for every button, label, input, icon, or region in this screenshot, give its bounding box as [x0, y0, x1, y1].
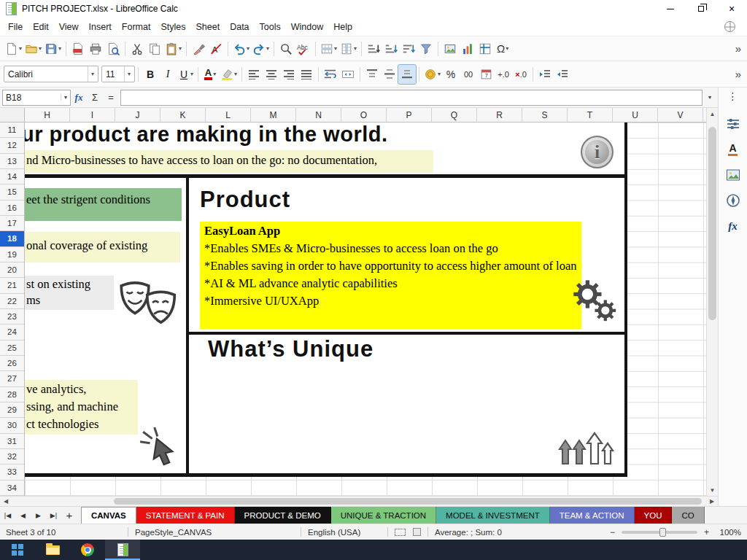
row-header-18[interactable]: 18	[0, 231, 24, 246]
clear-formatting-button[interactable]: A	[207, 39, 225, 58]
dropdown-caret-icon[interactable]: ▾	[179, 46, 182, 52]
horizontal-scrollbar[interactable]: ◀ ▶	[0, 496, 718, 506]
export-pdf-button[interactable]	[69, 39, 87, 58]
row-header-15[interactable]: 15	[0, 184, 24, 200]
scroll-right-button[interactable]: ▶	[706, 498, 718, 505]
font-name-combobox[interactable]: Calibri ▾	[4, 66, 98, 82]
scroll-up-button[interactable]: ▲	[707, 108, 718, 120]
column-header-t[interactable]: T	[568, 108, 613, 122]
menu-styles[interactable]: Styles	[155, 19, 190, 35]
align-left-button[interactable]	[245, 65, 263, 84]
print-button[interactable]	[87, 39, 104, 58]
row-header-31[interactable]: 31	[0, 434, 24, 449]
save-button[interactable]: ▾	[43, 39, 63, 58]
row-header-19[interactable]: 19	[0, 247, 24, 262]
namebox-caret-icon[interactable]: ▾	[61, 94, 67, 101]
align-top-button[interactable]	[363, 65, 381, 84]
add-sheet-button[interactable]: +	[61, 507, 77, 524]
next-sheet-button[interactable]: ▶	[31, 507, 46, 524]
styles-icon[interactable]: A	[723, 140, 743, 159]
language-status[interactable]: English (USA)	[308, 528, 381, 537]
selection-mode-icon[interactable]	[395, 529, 406, 536]
libreoffice-calc-taskbar-button[interactable]	[105, 540, 140, 560]
wrap-text-button[interactable]	[322, 65, 339, 84]
zoom-slider-thumb[interactable]	[659, 528, 666, 537]
bold-button[interactable]: B	[142, 65, 159, 84]
insert-rows-button[interactable]: ▾	[319, 39, 338, 58]
zoom-slider[interactable]	[622, 531, 697, 534]
row-header-20[interactable]: 20	[0, 262, 24, 278]
last-sheet-button[interactable]: ▶|	[46, 507, 61, 524]
copy-button[interactable]	[146, 39, 163, 58]
name-box[interactable]: B18 ▾	[2, 90, 71, 106]
chrome-button[interactable]	[70, 540, 105, 560]
horizontal-scroll-track[interactable]	[12, 497, 706, 506]
row-header-24[interactable]: 24	[0, 324, 24, 340]
row-header-30[interactable]: 30	[0, 418, 24, 433]
sum-average-status[interactable]: Average: ; Sum: 0	[435, 528, 544, 537]
increase-indent-button[interactable]	[536, 65, 554, 84]
column-header-s[interactable]: S	[522, 108, 568, 122]
sheet-tab-canvas[interactable]: CANVAS	[81, 507, 136, 524]
formula-input[interactable]	[120, 90, 703, 106]
menu-sheet[interactable]: Sheet	[190, 19, 225, 35]
dropdown-caret-icon[interactable]: ▾	[234, 71, 237, 77]
column-header-q[interactable]: Q	[432, 108, 477, 122]
minimize-button[interactable]	[655, 0, 686, 18]
add-decimal-button[interactable]: +.0	[495, 65, 512, 84]
sidebar-settings-icon[interactable]: ⋮	[728, 90, 738, 108]
zoom-in-button[interactable]: +	[701, 527, 712, 537]
column-header-k[interactable]: K	[160, 108, 206, 122]
spelling-button[interactable]: Abc	[295, 39, 312, 58]
vertical-scrollbar[interactable]: ▲ ▼	[706, 108, 718, 496]
row-header-21[interactable]: 21	[0, 278, 24, 293]
sheet-tab-unique-traction[interactable]: UNIQUE & TRACTION	[331, 507, 436, 524]
start-button[interactable]	[0, 540, 35, 560]
align-center-button[interactable]	[263, 65, 280, 84]
vertical-scroll-track[interactable]	[707, 120, 718, 484]
menu-window[interactable]: Window	[286, 19, 328, 35]
insert-columns-button[interactable]: ▾	[338, 39, 358, 58]
sheet-tab-co[interactable]: CO	[672, 507, 704, 524]
sheet-tab-you[interactable]: YOU	[635, 507, 673, 524]
dropdown-caret-icon[interactable]: ▾	[124, 66, 131, 82]
row-header-34[interactable]: 34	[0, 481, 24, 496]
vertical-scroll-thumb[interactable]	[708, 127, 716, 320]
row-header-13[interactable]: 13	[0, 154, 24, 169]
column-header-p[interactable]: P	[387, 108, 432, 122]
row-header-29[interactable]: 29	[0, 402, 24, 418]
menu-insert[interactable]: Insert	[84, 19, 117, 35]
menu-data[interactable]: Data	[225, 19, 254, 35]
navigator-icon[interactable]	[723, 191, 743, 210]
properties-icon[interactable]	[723, 114, 743, 133]
row-header-14[interactable]: 14	[0, 169, 24, 184]
menu-file[interactable]: File	[3, 19, 28, 35]
find-replace-button[interactable]	[277, 39, 295, 58]
special-character-button[interactable]: Ω ▾	[494, 39, 511, 58]
dropdown-caret-icon[interactable]: ▾	[213, 71, 216, 77]
column-header-r[interactable]: R	[477, 108, 522, 122]
dropdown-caret-icon[interactable]: ▾	[266, 46, 269, 52]
number-format-button[interactable]: 00	[460, 65, 477, 84]
column-header-l[interactable]: L	[206, 108, 251, 122]
scroll-left-button[interactable]: ◀	[0, 498, 12, 505]
column-header-i[interactable]: I	[70, 108, 115, 122]
underline-button[interactable]: U▾	[177, 65, 195, 84]
previous-sheet-button[interactable]: ◀	[15, 507, 31, 524]
expand-formula-bar-icon[interactable]: ▾	[704, 94, 716, 101]
autofilter-button[interactable]	[417, 39, 435, 58]
column-header-o[interactable]: O	[341, 108, 387, 122]
zoom-level[interactable]: 100%	[712, 528, 741, 537]
functions-icon[interactable]: fx	[723, 217, 743, 236]
dropdown-caret-icon[interactable]: ▾	[438, 71, 441, 77]
decrease-indent-button[interactable]	[554, 65, 571, 84]
new-document-button[interactable]: ▾	[4, 39, 23, 58]
sort-ascending-button[interactable]	[382, 39, 400, 58]
row-header-25[interactable]: 25	[0, 341, 24, 356]
first-sheet-button[interactable]: |◀	[0, 507, 15, 524]
column-header-n[interactable]: N	[296, 108, 341, 122]
redo-button[interactable]: ▾	[251, 39, 271, 58]
menu-view[interactable]: View	[54, 19, 84, 35]
row-header-27[interactable]: 27	[0, 371, 24, 386]
font-size-combobox[interactable]: 11 ▾	[101, 66, 135, 82]
